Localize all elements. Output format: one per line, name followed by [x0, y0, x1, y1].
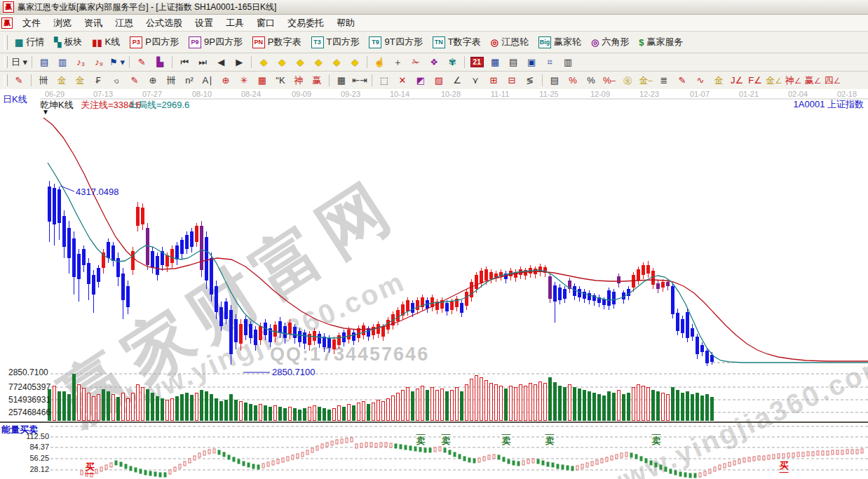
tb2-save-button[interactable]: ▣	[523, 54, 540, 70]
tb3-star-circle-button[interactable]: ✳	[236, 72, 252, 88]
tb3-zigzag-button[interactable]: ⋎	[467, 72, 484, 88]
menu-item-9[interactable]: 帮助	[330, 15, 361, 31]
tb3-angle-tool-button[interactable]: ∠	[449, 72, 466, 88]
tb1-quote-grid[interactable]: ▦行情	[10, 34, 49, 50]
tb1-hexagon[interactable]: ◎六角形	[586, 34, 634, 50]
menu-item-0[interactable]: 文件	[16, 15, 47, 31]
tb3-spiral-button[interactable]: ৩	[108, 72, 125, 88]
tb3-draw-line-button[interactable]: ✎	[11, 72, 27, 88]
tb3-wave-tool-button[interactable]: ∿	[692, 72, 709, 88]
tb2-nav-next-button[interactable]: ▶	[231, 54, 247, 70]
tb3-fib-grid-button[interactable]: ₣	[90, 72, 107, 88]
tb2-draw-pen-button[interactable]: ✎	[133, 54, 150, 70]
tb3-gold-angle-button[interactable]: 金∠	[765, 72, 783, 88]
tb3-angle-a-button[interactable]: A∣	[199, 72, 216, 88]
tb3-ruler-grid-button[interactable]: ▦	[333, 72, 350, 88]
tb2-nav-prev-button[interactable]: ◀	[212, 54, 229, 70]
tb3-gold-line-button[interactable]: 金⎯	[637, 72, 654, 88]
tb3-four-angle-button[interactable]: 四∠	[823, 72, 841, 88]
tb2-bars-9-button[interactable]: ♪₉	[90, 54, 107, 70]
tb1-tn-table[interactable]: TNT数字表	[428, 34, 486, 50]
tb3-square-n-button[interactable]: n²	[181, 72, 198, 88]
menu-item-5[interactable]: 设置	[189, 15, 219, 31]
tb2-hand-tool-button[interactable]: ☝	[371, 54, 388, 70]
tb1-t3-square[interactable]: T3T四方形	[306, 34, 365, 50]
tb2-knot-tool-button[interactable]: ✾	[444, 54, 461, 70]
tb3-percent-t-button[interactable]: %	[564, 72, 581, 88]
tb2-nav-last-button[interactable]: ⏭	[194, 54, 211, 70]
tb2-zoom-out-v-button[interactable]: ◆	[328, 54, 345, 70]
tb3-span-tool-button[interactable]: ⇤⇥	[351, 72, 368, 88]
tb1-service[interactable]: $赢家服务	[634, 34, 688, 50]
tb3-ray-fan-button[interactable]: ✕	[394, 72, 411, 88]
menu-item-1[interactable]: 浏览	[47, 15, 78, 31]
tb3-square-circle-button[interactable]: ▦	[254, 72, 271, 88]
tb2-flag-dropdown-button[interactable]: ⚑ ▾	[109, 54, 126, 70]
tb1-p3-square[interactable]: P3P四方形	[125, 34, 184, 50]
tb3-shen-tool-button[interactable]: 神	[290, 72, 307, 88]
tb3-j-angle-button[interactable]: J∠	[728, 72, 745, 88]
tb3-fan-box-button[interactable]: ◩	[412, 72, 429, 88]
tb3-shen-angle-button[interactable]: 神∠	[785, 72, 803, 88]
tb2-bars-3-button[interactable]: ♪₃	[72, 54, 89, 70]
tb2-notes-button[interactable]: ▤	[505, 54, 522, 70]
tb1-kline[interactable]: ▮▮K线	[87, 34, 125, 50]
tb2-calendar-button[interactable]: 21	[468, 54, 485, 70]
candle-body	[205, 237, 208, 281]
tb3-gann-circle-button[interactable]: ⊕	[217, 72, 234, 88]
tb3-gold-grid-1-button[interactable]: 金	[53, 72, 70, 88]
menu-item-8[interactable]: 交易委托	[281, 15, 330, 31]
menu-item-7[interactable]: 窗口	[250, 15, 281, 31]
tb2-measure-tool-button[interactable]: ✁	[407, 54, 424, 70]
tb3-grid-lines-button[interactable]: 卌	[35, 72, 52, 88]
tb1-gann-wheel[interactable]: ◎江恩轮	[486, 34, 534, 50]
tb3-k-mark-button[interactable]: ʺK	[272, 72, 289, 88]
tb2-nav-first-button[interactable]: ⏮	[176, 54, 193, 70]
tb2-scroll-left-button[interactable]: ◆	[255, 54, 272, 70]
tb1-t9-square[interactable]: T99T四方形	[364, 34, 427, 50]
tb3-levels-button[interactable]: ≣	[656, 72, 672, 88]
tb2-chart-style-button[interactable]: ▤	[36, 54, 53, 70]
tb1-sector-blocks[interactable]: ▚板块	[49, 34, 87, 50]
tb3-time-circle-button[interactable]: ⊕	[144, 72, 161, 88]
tb2-color-chart-button[interactable]: ▙	[151, 54, 168, 70]
tb2-calculator-button[interactable]: ▦	[487, 54, 503, 70]
tb2-workstation-button[interactable]: ▥	[560, 54, 576, 70]
tb1-p9-square[interactable]: P99P四方形	[184, 34, 247, 50]
tb3-percent-button[interactable]: %	[583, 72, 599, 88]
tb3-pen-2-button[interactable]: ✎	[126, 72, 143, 88]
tb2-zoom-out-h-button[interactable]: ◆	[292, 54, 308, 70]
tb3-gold-grid-2-button[interactable]: 金	[72, 72, 88, 88]
tb2-scroll-right-button[interactable]: ◆	[273, 54, 290, 70]
tb2-zoom-in-v-button[interactable]: ◆	[346, 54, 363, 70]
tb2-quote-list-button[interactable]: ▥	[54, 54, 71, 70]
tb3-grid-box-1-button[interactable]: ⊞	[485, 72, 502, 88]
tb1-winner-wheel[interactable]: Big赢家轮	[534, 34, 586, 50]
tb3-f-angle-button[interactable]: F∠	[747, 72, 764, 88]
tb3-dense-grid-button[interactable]: 卌	[163, 72, 179, 88]
tb2-zoom-in-h-button[interactable]: ◆	[310, 54, 327, 70]
volume-bar-up	[607, 391, 611, 421]
tb3-percent-line-button[interactable]: %⎯	[601, 72, 618, 88]
toolbar-grip	[4, 74, 8, 87]
tb3-stats-button[interactable]: ▤	[546, 72, 563, 88]
tb2-grid-tool-button[interactable]: ❖	[426, 54, 442, 70]
tb1-pn-table[interactable]: PNP数字表	[247, 34, 306, 50]
menu-item-6[interactable]: 工具	[219, 15, 250, 31]
tb3-gold-circle-button[interactable]: ㊎	[619, 72, 636, 88]
tb3-win-tool-button[interactable]: 赢	[308, 72, 325, 88]
tb3-channel-button[interactable]: ≶	[522, 72, 538, 88]
tb3-grid-box-2-button[interactable]: ⊟	[503, 72, 520, 88]
kline-chart-canvas[interactable]	[0, 89, 868, 479]
menu-item-4[interactable]: 公式选股	[140, 15, 189, 31]
tb2-period-dropdown-button[interactable]: 日 ▾	[11, 54, 28, 70]
tb3-hatch-box-button[interactable]: ▨	[430, 72, 447, 88]
tb3-pen-3-button[interactable]: ✎	[674, 72, 691, 88]
tb2-crosshair-tool-button[interactable]: ＋	[389, 54, 406, 70]
tb3-box-tool-button[interactable]: ⬚	[376, 72, 393, 88]
tb3-win-angle-button[interactable]: 赢∠	[804, 72, 822, 88]
menu-item-3[interactable]: 江恩	[109, 15, 140, 31]
tb3-gold-tool-button[interactable]: 金	[710, 72, 727, 88]
tb2-net-pc-button[interactable]: ⌗	[541, 54, 558, 70]
menu-item-2[interactable]: 资讯	[78, 15, 109, 31]
